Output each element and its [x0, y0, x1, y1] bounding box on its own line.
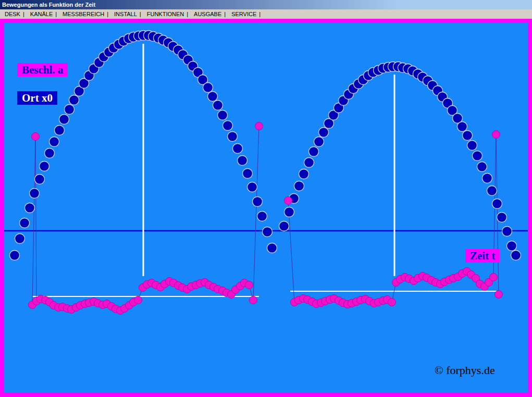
position-point — [45, 148, 55, 158]
position-point — [238, 156, 248, 166]
position-point — [294, 181, 304, 191]
position-point — [55, 126, 65, 135]
position-point — [15, 234, 25, 244]
window-title: Bewegungen als Funktion der Zeit — [2, 2, 95, 8]
position-series — [10, 31, 521, 260]
menu-separator: | — [259, 11, 261, 17]
accel-point — [492, 131, 500, 139]
position-point — [65, 105, 75, 115]
position-point — [319, 128, 329, 138]
menu-item-install[interactable]: INSTALL — [113, 10, 138, 18]
position-point — [477, 162, 487, 172]
position-point — [253, 197, 263, 207]
position-point — [223, 121, 233, 131]
menu-item-funktionen[interactable]: FUNKTIONEN — [146, 10, 185, 18]
accel-point — [490, 274, 498, 281]
position-point — [457, 122, 467, 132]
position-point — [257, 212, 267, 221]
position-point — [492, 199, 502, 209]
position-point — [487, 186, 497, 196]
position-point — [467, 141, 477, 151]
menu-item-desk[interactable]: DESK — [4, 10, 21, 18]
position-point — [497, 213, 507, 222]
position-point — [10, 251, 20, 260]
position-point — [208, 92, 218, 102]
position-point — [218, 110, 228, 120]
position-point — [263, 227, 273, 237]
menu-separator: | — [224, 11, 226, 17]
position-point — [20, 218, 30, 228]
menu-item-ausgabe[interactable]: AUSGABE — [193, 10, 222, 18]
menu-separator: | — [107, 11, 108, 17]
position-point — [463, 131, 473, 141]
position-point — [248, 182, 257, 192]
menu-item-service[interactable]: SERVICE — [230, 10, 257, 18]
menu-item-kanäle[interactable]: KANÄLE — [29, 10, 54, 18]
accel-series-label: Beschl. a — [17, 63, 68, 77]
menu-separator: | — [23, 11, 24, 17]
menu-separator: | — [140, 11, 141, 17]
menu-item-messbereich[interactable]: MESSBEREICH — [61, 10, 105, 18]
accel-point — [250, 296, 257, 304]
position-point — [59, 115, 69, 125]
accel-point — [32, 133, 40, 141]
position-point — [69, 95, 79, 105]
position-point — [299, 169, 309, 179]
accel-point — [134, 296, 142, 304]
position-point — [279, 221, 289, 231]
position-point — [25, 203, 35, 213]
watermark: © forphys.de — [435, 364, 495, 377]
accel-point — [255, 122, 263, 130]
position-point — [243, 169, 253, 179]
chart-canvas — [4, 23, 528, 393]
position-point — [203, 83, 213, 93]
position-point — [233, 144, 243, 154]
time-axis-label: Zeit t — [465, 249, 500, 263]
position-point — [511, 251, 521, 260]
position-point — [30, 189, 40, 198]
position-point — [35, 175, 45, 184]
accel-point — [245, 281, 253, 289]
menu-separator: | — [55, 11, 57, 17]
position-point — [314, 137, 324, 147]
position-point — [284, 207, 294, 217]
accel-series-line — [288, 134, 499, 304]
position-point — [40, 162, 50, 171]
accel-point — [495, 291, 503, 299]
window-titlebar: Bewegungen als Funktion der Zeit — [0, 0, 532, 9]
position-point — [309, 147, 319, 157]
accel-point — [388, 299, 396, 306]
menu-separator: | — [187, 11, 188, 17]
position-point — [507, 241, 517, 251]
position-point — [267, 243, 277, 253]
accel-point — [284, 197, 292, 205]
position-point — [213, 101, 223, 110]
position-point — [473, 151, 482, 161]
position-series-label: Ort x0 — [17, 91, 57, 105]
menu-bar: DESK|KANÄLE|MESSBEREICH|INSTALL|FUNKTION… — [0, 9, 532, 19]
position-point — [482, 173, 492, 183]
plot-area: Beschl. a Ort x0 Zeit t © forphys.de — [4, 23, 528, 393]
position-point — [502, 227, 512, 237]
position-point — [50, 137, 59, 147]
position-point — [228, 132, 238, 142]
position-point — [304, 158, 314, 168]
